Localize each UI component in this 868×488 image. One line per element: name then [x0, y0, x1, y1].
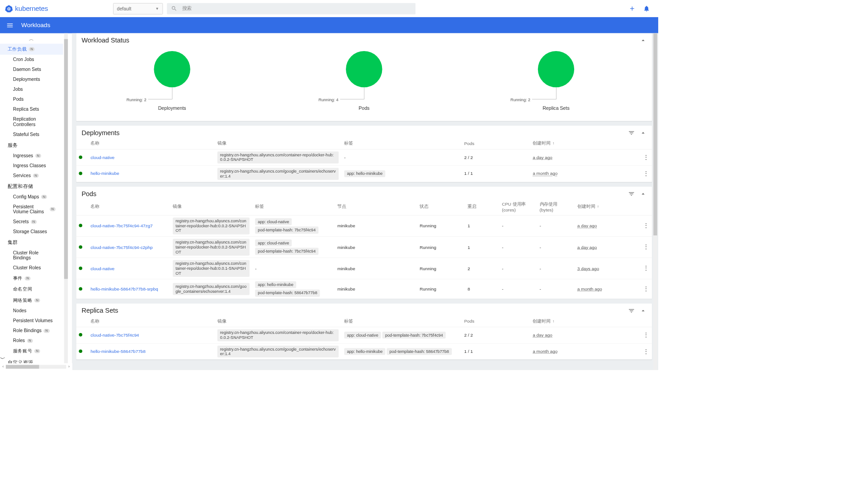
sidebar-item[interactable]: 事件N: [0, 273, 63, 284]
label-chip[interactable]: app: cloud-native: [344, 332, 381, 338]
more-icon[interactable]: ⋮: [643, 170, 649, 177]
logo-text: kubernetes: [15, 5, 48, 12]
sidebar-item-label: Replication Controllers: [13, 117, 56, 127]
name-link[interactable]: cloud-native-7bc75f4c94: [90, 333, 139, 338]
sidebar-item[interactable]: Daemon Sets: [0, 65, 63, 75]
collapse-icon[interactable]: [640, 37, 646, 44]
sidebar-item[interactable]: Cluster Roles: [0, 263, 63, 273]
pods-cell: 1 / 1: [462, 165, 530, 182]
sidebar-item[interactable]: SecretsN: [0, 216, 63, 226]
image-chip[interactable]: registry.cn-hangzhou.aliyuncs.com/contai…: [217, 329, 339, 341]
label-chip[interactable]: app: cloud-native: [255, 218, 292, 225]
filter-icon[interactable]: [628, 307, 635, 314]
label-chip[interactable]: pod-template-hash: 7bc75f4c94: [255, 226, 318, 233]
more-icon[interactable]: ⋮: [643, 222, 649, 229]
sidebar-item[interactable]: Config MapsN: [0, 192, 63, 202]
sidebar-item[interactable]: Nodes: [0, 305, 63, 315]
collapse-icon[interactable]: [640, 307, 646, 314]
label-chip[interactable]: app: hello-minikube: [344, 348, 385, 355]
sidebar-item[interactable]: Persistent Volumes: [0, 315, 63, 325]
name-link[interactable]: cloud-native-7bc75f4c94-c2php: [90, 244, 153, 249]
sidebar-item[interactable]: Deployments: [0, 75, 63, 84]
name-link[interactable]: hello-minikube-58647b77b8-srpbq: [90, 286, 158, 291]
image-chip[interactable]: registry.cn-hangzhou.aliyuncs.com/contai…: [173, 260, 250, 277]
label-chip[interactable]: app: hello-minikube: [344, 170, 385, 177]
name-link[interactable]: hello-minikube-58647b77b8: [90, 349, 146, 354]
sidebar-item[interactable]: ServicesN: [0, 170, 63, 180]
more-icon[interactable]: ⋮: [643, 244, 649, 250]
sidebar-group-title[interactable]: 服务: [0, 139, 63, 150]
namespace-select[interactable]: default ▼: [113, 3, 163, 14]
sidebar-item[interactable]: Role BindingsN: [0, 325, 63, 335]
label-chip[interactable]: app: hello-minikube: [255, 282, 296, 288]
sidebar-item-label: Ingresses: [13, 153, 33, 158]
name-link[interactable]: hello-minikube: [90, 171, 119, 176]
more-icon[interactable]: ⋮: [643, 348, 649, 355]
image-chip[interactable]: registry.cn-hangzhou.aliyuncs.com/google…: [217, 168, 339, 179]
sidebar-item[interactable]: Cron Jobs: [0, 55, 63, 65]
content-scrollbar[interactable]: [653, 33, 658, 370]
label-chip[interactable]: pod-template-hash: 7bc75f4c94: [255, 248, 318, 254]
name-link[interactable]: cloud-native-7bc75f4c94-47zg7: [90, 223, 153, 228]
sidebar-item[interactable]: Ingress Classes: [0, 160, 63, 170]
sort-up-icon[interactable]: ↑: [552, 319, 554, 323]
pods-title: Pods: [81, 190, 96, 198]
sidebar-item[interactable]: Storage Classes: [0, 226, 63, 236]
sidebar-group-title[interactable]: 集群: [0, 236, 63, 248]
filter-icon[interactable]: [628, 130, 635, 136]
sidebar-item[interactable]: 网络策略N: [0, 295, 63, 305]
status-name: Deployments: [158, 105, 186, 111]
sidebar-item[interactable]: IngressesN: [0, 150, 63, 160]
sidebar-item[interactable]: 命名空间: [0, 284, 63, 295]
image-chip[interactable]: registry.cn-hangzhou.aliyuncs.com/contai…: [217, 151, 339, 163]
collapse-icon[interactable]: [640, 190, 646, 197]
name-link[interactable]: cloud-native: [90, 155, 114, 160]
more-icon[interactable]: ⋮: [643, 286, 649, 292]
sidebar-item[interactable]: Pods: [0, 94, 63, 104]
created-time: a day ago: [533, 155, 552, 160]
scroll-right-icon[interactable]: ›: [67, 364, 71, 369]
bell-icon[interactable]: [643, 5, 650, 12]
label-chip[interactable]: pod-template-hash: 58647b77b8: [255, 290, 320, 296]
sidebar-item[interactable]: 工作负载N: [0, 43, 63, 54]
workload-status-card: Workload Status Running: 2 Deployments R…: [76, 33, 652, 121]
sidebar-h-scrollbar[interactable]: ‹ ›: [0, 363, 72, 370]
image-chip[interactable]: registry.cn-hangzhou.aliyuncs.com/contai…: [173, 239, 250, 255]
search-input[interactable]: 搜索: [167, 3, 415, 14]
status-dot: [79, 224, 82, 227]
collapse-icon[interactable]: [640, 130, 646, 136]
sidebar-collapse-down[interactable]: ﹀: [0, 355, 63, 362]
sidebar-scrollbar[interactable]: [63, 33, 72, 370]
more-icon[interactable]: ⋮: [643, 154, 649, 161]
sidebar-item[interactable]: Persistent Volume ClaimsN: [0, 202, 63, 216]
name-link[interactable]: cloud-native: [90, 266, 114, 271]
sidebar-item[interactable]: RolesN: [0, 335, 63, 345]
image-chip[interactable]: registry.cn-hangzhou.aliyuncs.com/contai…: [173, 217, 250, 234]
node-cell: minikube: [335, 258, 417, 279]
sidebar-collapse-up[interactable]: ︿: [0, 35, 63, 44]
image-chip[interactable]: registry.cn-hangzhou.aliyuncs.com/google…: [217, 346, 339, 357]
more-icon[interactable]: ⋮: [643, 332, 649, 338]
sidebar-item[interactable]: 服务账号N: [0, 345, 63, 356]
sort-up-icon[interactable]: ↑: [597, 205, 599, 209]
sidebar-item[interactable]: Replication Controllers: [0, 114, 63, 129]
sidebar-item[interactable]: Replica Sets: [0, 104, 63, 114]
label-chip[interactable]: pod-template-hash: 7bc75f4c94: [382, 332, 446, 338]
label-chip[interactable]: pod-template-hash: 58647b77b8: [387, 348, 452, 355]
sidebar-item[interactable]: Stateful Sets: [0, 129, 63, 139]
more-icon[interactable]: ⋮: [643, 265, 649, 272]
sidebar-item[interactable]: Jobs: [0, 84, 63, 94]
add-icon[interactable]: [629, 5, 636, 12]
created-time: a day ago: [577, 223, 597, 228]
sort-up-icon[interactable]: ↑: [552, 141, 554, 145]
sidebar-group-title[interactable]: 配置和存储: [0, 180, 63, 192]
status-dot: [79, 155, 82, 159]
sidebar-item[interactable]: Cluster Role Bindings: [0, 248, 63, 263]
image-chip[interactable]: registry.cn-hangzhou.aliyuncs.com/google…: [173, 283, 250, 295]
workload-status-title: Workload Status: [81, 37, 129, 44]
menu-icon[interactable]: [6, 21, 14, 29]
created-time: a day ago: [577, 244, 597, 249]
filter-icon[interactable]: [628, 190, 635, 197]
scroll-left-icon[interactable]: ‹: [1, 364, 5, 369]
label-chip[interactable]: app: cloud-native: [255, 239, 292, 246]
